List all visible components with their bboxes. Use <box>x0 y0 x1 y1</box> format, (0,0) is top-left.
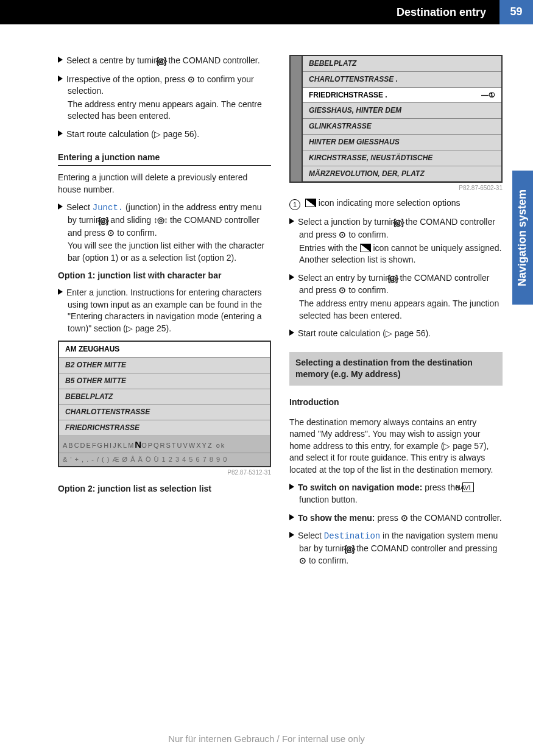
navi-key-icon: NAVI <box>462 482 474 492</box>
ref-icon: ▷ <box>154 129 161 139</box>
step: Select a centre by turning {◎} the COMAN… <box>58 55 271 68</box>
command-text: Junct. <box>93 203 123 213</box>
triangle-icon <box>58 76 63 82</box>
list-item: MÄRZREVOLUTION, DER, PLATZ <box>303 166 501 182</box>
more-options-icon <box>305 199 316 207</box>
press-icon: ⊙ <box>299 556 306 565</box>
scroll-handle-icon <box>291 56 303 182</box>
triangle-icon <box>289 532 294 538</box>
header-bar: Destination entry 59 <box>0 0 533 24</box>
step: Start route calculation (▷ page 56). <box>58 129 271 141</box>
char-bar: ABCDEFGHIJKLMNOPQRSTUVWXYZ ok <box>59 436 270 453</box>
subheading: Introduction <box>289 397 503 411</box>
screenshot-junction-list: BEBELPLATZ CHARLOTTENSTRASSE . FRIEDRICH… <box>289 55 503 183</box>
option-heading: Option 2: junction list as selection lis… <box>58 483 271 495</box>
triangle-icon <box>58 130 63 136</box>
ref-icon: ▷ <box>386 328 392 338</box>
screenshot-junction-charbar: AM ZEUGHAUS B2 OTHER MITTE B5 OTHER MITT… <box>58 341 271 467</box>
list-item: BEBELPLATZ <box>303 56 501 72</box>
option-heading: Option 1: junction list with character b… <box>58 270 271 282</box>
step: Select Destination in the navigation sys… <box>289 530 503 567</box>
page-title: Destination entry <box>397 5 486 20</box>
section-tab: Navigation system <box>512 171 533 305</box>
step: Irrespective of the option, press ⊙ to c… <box>58 74 271 122</box>
callout-line: 1 icon indicating more selection options <box>289 197 503 210</box>
page-number: 59 <box>499 0 533 24</box>
press-icon: ⊙ <box>339 285 346 295</box>
press-icon: ⊙ <box>107 228 115 238</box>
press-icon: ⊙ <box>339 230 346 239</box>
footer-watermark: Nur für internen Gebrauch / For internal… <box>0 732 533 745</box>
more-options-icon <box>360 244 371 252</box>
list-item: B2 OTHER MITTE <box>59 358 270 373</box>
triangle-icon <box>58 289 63 295</box>
step: To show the menu: press ⊙ the COMAND con… <box>289 512 503 525</box>
triangle-icon <box>289 514 294 520</box>
list-item: KIRCHSTRASSE, NEUSTÄDTISCHE <box>303 150 501 166</box>
image-reference: P82.87-6502-31 <box>289 184 503 193</box>
press-icon: ⊙ <box>188 74 195 84</box>
step: Select an entry by turning {◎} the COMAN… <box>289 272 503 322</box>
list-item: FRIEDRICHSTRASSE . —① <box>303 88 501 104</box>
press-icon: ⊙ <box>401 513 408 523</box>
callout-number-icon: 1 <box>289 199 300 210</box>
left-column: Select a centre by turning {◎} the COMAN… <box>58 55 271 573</box>
list-item: FRIEDRICHSTRASSE <box>59 420 270 436</box>
list-item: CHARLOTTENSTRASSE . <box>303 72 501 88</box>
paragraph: The destination memory always contains a… <box>289 417 503 476</box>
list-item: BEBELPLATZ <box>59 389 270 405</box>
triangle-icon <box>58 203 63 210</box>
triangle-icon <box>289 218 294 224</box>
step: Enter a junction. Instructions for enter… <box>58 287 271 334</box>
ref-icon: ▷ <box>443 441 450 451</box>
triangle-icon <box>289 274 294 280</box>
symbol-bar: & ' + , . - / ( ) Æ Ø Å Ä Ö Ü 1 2 3 4 5 … <box>59 453 270 466</box>
command-text: Destination <box>324 531 380 541</box>
step: Select a junction by turning {◎} the COM… <box>289 216 503 266</box>
list-item: CHARLOTTENSTRASSE <box>59 404 270 420</box>
image-reference: P82.87-5312-31 <box>58 468 271 477</box>
section-heading-box: Selecting a destination from the destina… <box>289 352 503 386</box>
step: Select Junct. (junction) in the address … <box>58 202 271 264</box>
step: Start route calculation (▷ page 56). <box>289 328 503 340</box>
slide-icon: ↕◎↕ <box>154 215 168 225</box>
list-item: GIESSHAUS, HINTER DEM <box>303 103 501 119</box>
ref-icon: ▷ <box>126 323 133 333</box>
triangle-icon <box>58 57 63 63</box>
list-item: B5 OTHER MITTE <box>59 373 270 389</box>
step: To switch on navigation mode: press the … <box>289 482 503 506</box>
paragraph: Entering a junction will delete a previo… <box>58 172 271 196</box>
right-column: BEBELPLATZ CHARLOTTENSTRASSE . FRIEDRICH… <box>289 55 503 573</box>
list-item: GLINKASTRASSE <box>303 119 501 135</box>
triangle-icon <box>289 484 294 490</box>
list-item: HINTER DEM GIESSHAUS <box>303 135 501 150</box>
list-item: AM ZEUGHAUS <box>59 342 270 358</box>
content: Select a centre by turning {◎} the COMAN… <box>0 24 533 573</box>
triangle-icon <box>289 330 294 336</box>
subheading: Entering a junction name <box>58 152 271 166</box>
